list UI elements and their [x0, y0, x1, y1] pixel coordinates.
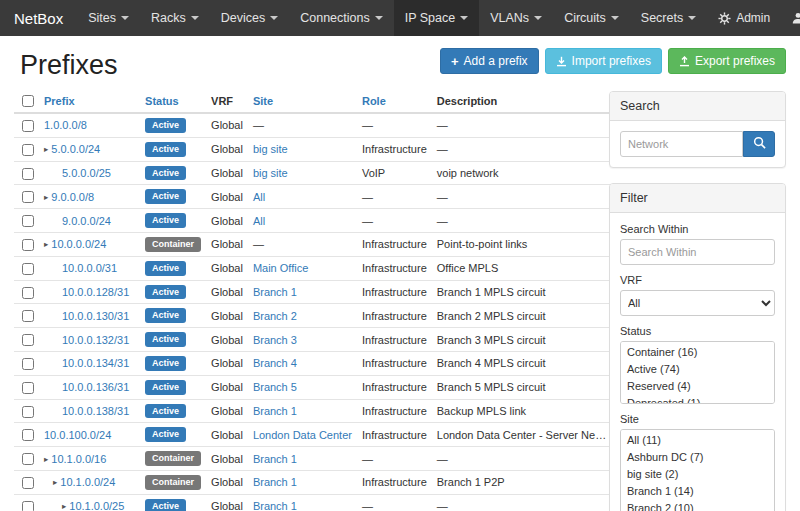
nav-profile[interactable]: Profile [781, 0, 800, 36]
filter-option[interactable]: Container (16) [621, 344, 774, 361]
site-link[interactable]: Branch 1 [253, 453, 297, 465]
prefix-link[interactable]: 10.1.0.0/16 [51, 453, 106, 465]
status-listbox[interactable]: Container (16)Active (74)Reserved (4)Dep… [620, 341, 775, 404]
chevron-down-icon [375, 16, 383, 20]
row-checkbox[interactable] [22, 120, 34, 132]
filter-option[interactable]: Branch 2 (10) [621, 500, 774, 511]
column-header-prefix[interactable]: Prefix [39, 89, 140, 113]
prefix-link[interactable]: 10.0.0.128/31 [62, 286, 129, 298]
prefix-link[interactable]: 10.0.100.0/24 [44, 429, 111, 441]
row-checkbox[interactable] [22, 382, 34, 394]
vrf-select[interactable]: All [620, 290, 775, 316]
site-link[interactable]: big site [253, 167, 288, 179]
site-link[interactable]: Branch 1 [253, 286, 297, 298]
row-checkbox[interactable] [22, 215, 34, 227]
filter-option[interactable]: Reserved (4) [621, 378, 774, 395]
export-prefixes-button[interactable]: Export prefixes [668, 48, 786, 74]
prefix-link[interactable]: 5.0.0.0/25 [62, 167, 111, 179]
nav-item-ip-space[interactable]: IP Space [394, 0, 480, 36]
description-cell: — [432, 185, 612, 209]
prefix-link[interactable]: 10.1.0.0/25 [69, 500, 124, 511]
prefix-link[interactable]: 10.0.0.0/24 [51, 238, 106, 250]
nav-admin[interactable]: Admin [707, 0, 781, 36]
row-checkbox[interactable] [22, 287, 34, 299]
row-checkbox[interactable] [22, 477, 34, 489]
table-row: 1.0.0.0/8ActiveGlobal——— [14, 113, 612, 137]
description-cell: Backup MPLS link [432, 399, 612, 423]
prefix-link[interactable]: 10.1.0.0/24 [60, 476, 115, 488]
nav-item-vlans[interactable]: VLANs [479, 0, 553, 36]
site-link[interactable]: Branch 5 [253, 381, 297, 393]
import-prefixes-button[interactable]: Import prefixes [545, 48, 662, 74]
row-checkbox[interactable] [22, 334, 34, 346]
filter-option[interactable]: Deprecated (1) [621, 395, 774, 404]
prefix-cell: 10.0.0.0/31 [39, 256, 140, 280]
site-link[interactable]: Branch 1 [253, 405, 297, 417]
prefix-link[interactable]: 10.0.0.136/31 [62, 381, 129, 393]
column-header-status[interactable]: Status [140, 89, 206, 113]
vrf-label: VRF [620, 274, 775, 286]
search-within-input[interactable] [620, 239, 775, 265]
search-input[interactable] [620, 131, 743, 157]
row-checkbox[interactable] [22, 239, 34, 251]
prefix-link[interactable]: 10.0.0.138/31 [62, 405, 129, 417]
row-checkbox[interactable] [22, 358, 34, 370]
nav-item-connections[interactable]: Connections [289, 0, 394, 36]
prefix-link[interactable]: 9.0.0.0/24 [62, 215, 111, 227]
site-link[interactable]: Branch 2 [253, 310, 297, 322]
site-link[interactable]: London Data Center [253, 429, 352, 441]
row-checkbox[interactable] [22, 501, 34, 511]
prefix-link[interactable]: 10.0.0.130/31 [62, 310, 129, 322]
vrf-cell: Global [206, 352, 248, 376]
column-header-role[interactable]: Role [357, 89, 432, 113]
select-all-checkbox[interactable] [22, 95, 34, 107]
prefix-link[interactable]: 5.0.0.0/24 [51, 143, 100, 155]
nav-item-circuits[interactable]: Circuits [553, 0, 630, 36]
row-checkbox[interactable] [22, 168, 34, 180]
navbar-brand[interactable]: NetBox [0, 0, 77, 36]
nav-item-devices[interactable]: Devices [210, 0, 289, 36]
site-link[interactable]: Branch 1 [253, 476, 297, 488]
prefix-link[interactable]: 1.0.0.0/8 [44, 119, 87, 131]
site-link[interactable]: Branch 3 [253, 334, 297, 346]
nav-item-secrets[interactable]: Secrets [630, 0, 707, 36]
prefix-cell: 10.0.0.136/31 [39, 375, 140, 399]
status-cell: Active [140, 375, 206, 399]
row-checkbox[interactable] [22, 263, 34, 275]
prefix-link[interactable]: 10.0.0.134/31 [62, 357, 129, 369]
site-link[interactable]: Branch 4 [253, 357, 297, 369]
filter-option[interactable]: Branch 1 (14) [621, 483, 774, 500]
site-link[interactable]: All [253, 191, 265, 203]
nav-item-sites[interactable]: Sites [77, 0, 140, 36]
column-header-site[interactable]: Site [248, 89, 357, 113]
row-checkbox[interactable] [22, 453, 34, 465]
description-cell: Branch 5 MPLS circuit [432, 375, 612, 399]
status-cell: Active [140, 209, 206, 233]
role-cell: Infrastructure [357, 280, 432, 304]
filter-option[interactable]: Active (74) [621, 361, 774, 378]
vrf-cell: Global [206, 185, 248, 209]
filter-option[interactable]: All (11) [621, 432, 774, 449]
export-icon [679, 56, 690, 67]
prefix-link[interactable]: 10.0.0.132/31 [62, 334, 129, 346]
filter-option[interactable]: Ashburn DC (7) [621, 449, 774, 466]
nav-item-racks[interactable]: Racks [140, 0, 210, 36]
row-checkbox[interactable] [22, 191, 34, 203]
site-link[interactable]: big site [253, 143, 288, 155]
row-checkbox[interactable] [22, 406, 34, 418]
site-listbox[interactable]: All (11)Ashburn DC (7)big site (2)Branch… [620, 429, 775, 511]
row-checkbox[interactable] [22, 429, 34, 441]
site-link[interactable]: All [253, 215, 265, 227]
nav-admin-label: Admin [736, 11, 770, 25]
add-prefix-button[interactable]: + Add a prefix [440, 48, 539, 74]
table-row: ▸10.1.0.0/25ActiveGlobalBranch 1—— [14, 494, 612, 511]
search-button[interactable] [743, 131, 775, 157]
search-icon [753, 136, 766, 152]
prefix-link[interactable]: 9.0.0.0/8 [51, 191, 94, 203]
site-link[interactable]: Main Office [253, 262, 308, 274]
row-checkbox[interactable] [22, 144, 34, 156]
site-link[interactable]: Branch 1 [253, 500, 297, 511]
prefix-link[interactable]: 10.0.0.0/31 [62, 262, 117, 274]
filter-option[interactable]: big site (2) [621, 466, 774, 483]
row-checkbox[interactable] [22, 310, 34, 322]
